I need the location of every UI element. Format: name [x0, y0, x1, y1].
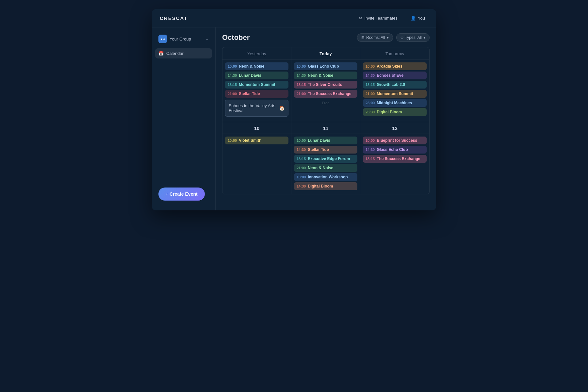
yesterday-header: Yesterday: [222, 47, 291, 60]
list-item[interactable]: 21:00 Neon & Noise: [294, 164, 357, 172]
filter-row: ⊞ Rooms: All ▾ ◇ Types: All ▾: [357, 33, 430, 42]
list-item[interactable]: 18:15 The Success Exchange: [363, 155, 427, 163]
list-item[interactable]: 14:30 Neon & Noise: [294, 72, 357, 79]
sidebar: YG Your Group ⌄ 📅 Calendar + Create Even…: [152, 27, 216, 210]
yesterday-events: 10:00 Neon & Noise 14:30 Lunar Davis 18:…: [222, 62, 291, 98]
day11-events: 10:00 Lunar Davis 14:30 Stellar Tide 18:…: [291, 137, 360, 190]
create-event-button[interactable]: + Create Event: [158, 188, 205, 201]
list-item[interactable]: 10:00 Innovation Workshop: [294, 173, 357, 181]
app-logo: CRESCAT: [160, 15, 188, 21]
list-item[interactable]: 21:00 The Success Exchange: [294, 90, 357, 98]
calendar-icon: 📅: [158, 51, 164, 56]
list-item[interactable]: 10:00 Neon & Noise: [225, 62, 288, 70]
tag-icon: ◇: [400, 35, 403, 40]
list-item[interactable]: 10:00 Violet Smith: [225, 137, 288, 144]
day-tomorrow: Tomorrow 10:00 Arcadia Skies 14:30 Echoe…: [360, 47, 429, 122]
top-bar-actions: ✉ Invite Teammates 👤 You: [355, 14, 428, 23]
week1-row: Yesterday 10:00 Neon & Noise 14:30 Lunar…: [222, 47, 429, 122]
invite-teammates-button[interactable]: ✉ Invite Teammates: [355, 14, 401, 23]
list-item[interactable]: 14:30 Lunar Davis: [225, 72, 288, 79]
day11-header: 11: [291, 122, 360, 134]
list-item[interactable]: 10:00 Blueprint for Success: [363, 137, 427, 144]
tomorrow-events: 10:00 Arcadia Skies 14:30 Echoes of Eve …: [360, 62, 429, 116]
calendar-header: October ⊞ Rooms: All ▾ ◇ Types: All ▾: [222, 33, 430, 42]
day-today: Today 10:00 Glass Echo Club 14:30 Neon &…: [291, 47, 360, 122]
list-item[interactable]: 14:30 Echoes of Eve: [363, 72, 427, 79]
day-10: 10 10:00 Violet Smith: [222, 122, 291, 194]
list-item[interactable]: 18:15 Growth Lab 2.0: [363, 81, 427, 89]
day-12: 12 10:00 Blueprint for Success 14:30 Gla…: [360, 122, 429, 194]
list-item[interactable]: 14:30 Glass Echo Club: [363, 146, 427, 154]
free-label: Free: [322, 99, 330, 107]
group-name: Your Group: [170, 37, 191, 41]
sidebar-item-calendar[interactable]: 📅 Calendar: [155, 48, 212, 58]
day12-events: 10:00 Blueprint for Success 14:30 Glass …: [360, 137, 429, 163]
rooms-icon: ⊞: [361, 35, 365, 40]
month-title: October: [222, 33, 250, 42]
day10-header: 10: [222, 122, 291, 134]
list-item[interactable]: 23:30 Digital Bloom: [363, 108, 427, 116]
day-11: 11 10:00 Lunar Davis 14:30 Stellar Tide: [291, 122, 360, 194]
calendar-grid: Yesterday 10:00 Neon & Noise 14:30 Lunar…: [222, 47, 430, 194]
list-item[interactable]: 10:00 Glass Echo Club: [294, 62, 357, 70]
day-yesterday: Yesterday 10:00 Neon & Noise 14:30 Lunar…: [222, 47, 291, 122]
list-item[interactable]: 10:00 Lunar Davis: [294, 137, 357, 144]
mail-icon: ✉: [359, 16, 362, 21]
day12-header: 12: [360, 122, 429, 134]
chevron-down-icon: ▾: [423, 35, 425, 40]
list-item[interactable]: 10:00 Arcadia Skies: [363, 62, 427, 70]
group-selector[interactable]: YG Your Group ⌄: [155, 32, 212, 46]
today-events: 10:00 Glass Echo Club 14:30 Neon & Noise…: [291, 62, 360, 98]
chevron-icon: ⌄: [205, 37, 209, 41]
app-window: CRESCAT ✉ Invite Teammates 👤 You YG Your…: [152, 9, 436, 210]
user-icon: 👤: [411, 16, 416, 21]
calendar-area: October ⊞ Rooms: All ▾ ◇ Types: All ▾: [216, 27, 436, 210]
group-avatar: YG: [158, 35, 167, 43]
rooms-filter-button[interactable]: ⊞ Rooms: All ▾: [357, 33, 393, 42]
list-item[interactable]: 21:00 Stellar Tide: [225, 90, 288, 98]
user-menu-button[interactable]: 👤 You: [407, 14, 428, 23]
list-item[interactable]: 14:30 Stellar Tide: [294, 146, 357, 154]
main-layout: YG Your Group ⌄ 📅 Calendar + Create Even…: [152, 27, 436, 210]
week2-row: 10 10:00 Violet Smith 11: [222, 122, 429, 194]
today-header: Today: [291, 47, 360, 60]
list-item[interactable]: 18:15 Momentum Summit: [225, 81, 288, 89]
top-bar: CRESCAT ✉ Invite Teammates 👤 You: [152, 9, 436, 27]
list-item[interactable]: 18:15 Executive Edge Forum: [294, 155, 357, 163]
list-item[interactable]: 18:15 The Silver Circuits: [294, 81, 357, 89]
list-item[interactable]: 21:00 Momentum Summit: [363, 90, 427, 98]
chevron-down-icon: ▾: [387, 35, 389, 40]
list-item[interactable]: 23:00 Midnight Machines: [363, 99, 427, 107]
types-filter-button[interactable]: ◇ Types: All ▾: [396, 33, 430, 42]
tomorrow-header: Tomorrow: [360, 47, 429, 60]
list-item[interactable]: 14:30 Digital Bloom: [294, 182, 357, 190]
multiday-event[interactable]: Echoes in the Valley Arts Festival 🏠: [225, 100, 288, 117]
day10-events: 10:00 Violet Smith: [222, 137, 291, 144]
home-icon: 🏠: [279, 106, 285, 111]
